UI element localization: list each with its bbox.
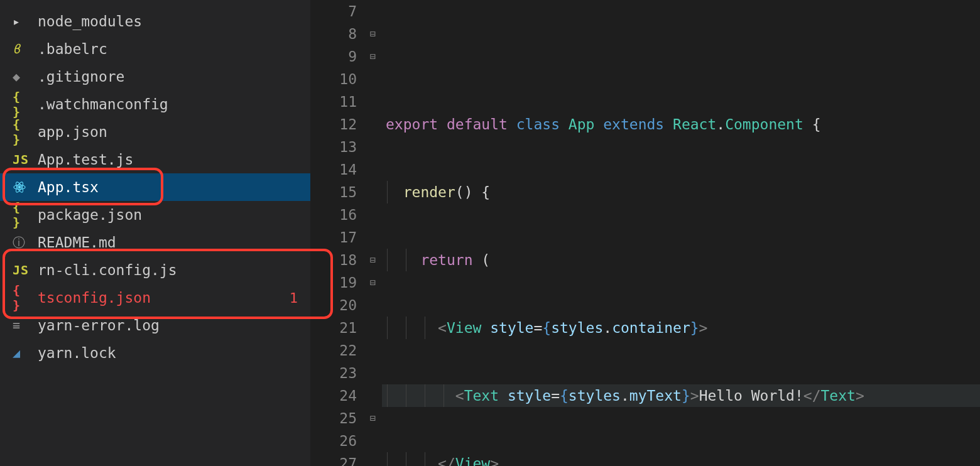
info-icon: ⓘ xyxy=(13,234,31,251)
file-label: .watchmanconfig xyxy=(38,96,310,112)
file-label: App.tsx xyxy=(38,179,310,195)
fold-toggle[interactable] xyxy=(363,317,382,339)
line-number[interactable]: 23 xyxy=(310,362,357,384)
json-icon: { } xyxy=(13,89,31,119)
code-line[interactable]: <View style={styles.container}> xyxy=(382,317,980,339)
fold-toggle[interactable] xyxy=(363,90,382,113)
fold-toggle[interactable] xyxy=(363,226,382,249)
error-badge: 1 xyxy=(290,290,298,306)
code-content[interactable]: export default class App extends React.C… xyxy=(382,0,980,466)
file-label: node_modules xyxy=(38,13,310,30)
line-number[interactable]: 13 xyxy=(310,136,357,158)
json-icon: { } xyxy=(13,200,31,230)
file-row-gitignore[interactable]: ◆ .gitignore xyxy=(0,63,310,90)
code-line[interactable]: <Text style={styles.myText}>Hello World!… xyxy=(382,384,980,407)
file-label: app.json xyxy=(38,124,310,140)
fold-toggle[interactable] xyxy=(363,0,382,23)
code-editor[interactable]: 7 8 9 10 11 12 13 14 15 16 17 18 19 20 2… xyxy=(310,0,980,466)
fold-toggle[interactable] xyxy=(363,294,382,317)
line-number[interactable]: 17 xyxy=(310,226,357,249)
line-number[interactable]: 8 xyxy=(310,23,357,45)
js-icon: JS xyxy=(13,152,31,167)
workspace: ▸ node_modules ϐ .babelrc ◆ .gitignore {… xyxy=(0,0,980,466)
svg-point-0 xyxy=(18,186,21,188)
code-line[interactable]: export default class App extends React.C… xyxy=(382,113,980,136)
chevron-right-icon: ▸ xyxy=(13,14,31,29)
file-row-package-json[interactable]: { } package.json xyxy=(0,201,310,229)
file-label: package.json xyxy=(38,207,310,223)
file-label: .babelrc xyxy=(38,41,310,57)
code-line[interactable]: </View> xyxy=(382,452,980,466)
js-icon: JS xyxy=(13,263,31,278)
file-explorer: ▸ node_modules ϐ .babelrc ◆ .gitignore {… xyxy=(0,0,310,466)
fold-gutter: ⊟ ⊟ ⊟ ⊟ ⊟ xyxy=(363,0,382,466)
fold-toggle[interactable] xyxy=(363,181,382,203)
line-number[interactable]: 12 xyxy=(310,113,357,136)
file-row-yarn-lock[interactable]: ◢ yarn.lock xyxy=(0,339,310,367)
fold-toggle[interactable] xyxy=(363,68,382,90)
file-row-watchmanconfig[interactable]: { } .watchmanconfig xyxy=(0,90,310,118)
line-number[interactable]: 15 xyxy=(310,181,357,203)
line-number[interactable]: 22 xyxy=(310,339,357,362)
fold-toggle[interactable]: ⊟ xyxy=(363,23,382,45)
file-row-app-tsx[interactable]: App.tsx xyxy=(0,173,310,201)
lock-icon: ◢ xyxy=(13,345,31,360)
line-number[interactable]: 11 xyxy=(310,90,357,113)
line-number[interactable]: 21 xyxy=(310,317,357,339)
fold-toggle[interactable] xyxy=(363,339,382,362)
line-number-gutter: 7 8 9 10 11 12 13 14 15 16 17 18 19 20 2… xyxy=(310,0,363,466)
code-line[interactable]: return ( xyxy=(382,249,980,271)
fold-toggle[interactable]: ⊟ xyxy=(363,45,382,68)
fold-toggle[interactable]: ⊟ xyxy=(363,249,382,271)
fold-toggle[interactable]: ⊟ xyxy=(363,271,382,294)
line-number[interactable]: 25 xyxy=(310,407,357,430)
line-number[interactable]: 20 xyxy=(310,294,357,317)
json-icon: { } xyxy=(13,283,31,313)
code-line[interactable]: render() { xyxy=(382,181,980,203)
code-line[interactable] xyxy=(382,45,980,68)
line-number[interactable]: 7 xyxy=(310,0,357,23)
react-icon xyxy=(13,180,31,194)
file-label: tsconfig.json xyxy=(38,290,290,306)
line-number[interactable]: 18 xyxy=(310,249,357,271)
log-icon: ≡ xyxy=(13,318,31,333)
file-label: README.md xyxy=(38,234,310,251)
file-label: yarn.lock xyxy=(38,345,310,361)
file-label: yarn-error.log xyxy=(38,317,310,333)
json-icon: { } xyxy=(13,117,31,147)
line-number[interactable]: 10 xyxy=(310,68,357,90)
file-row-rn-cli-config[interactable]: JS rn-cli.config.js xyxy=(0,256,310,284)
file-label: .gitignore xyxy=(38,68,310,85)
line-number[interactable]: 26 xyxy=(310,430,357,452)
fold-toggle[interactable]: ⊟ xyxy=(363,407,382,430)
line-number[interactable]: 19 xyxy=(310,271,357,294)
file-row-tsconfig[interactable]: { } tsconfig.json 1 xyxy=(0,284,310,312)
file-label: rn-cli.config.js xyxy=(38,262,310,278)
line-number[interactable]: 9 xyxy=(310,45,357,68)
line-number[interactable]: 16 xyxy=(310,203,357,226)
fold-toggle[interactable] xyxy=(363,362,382,384)
fold-toggle[interactable] xyxy=(363,203,382,226)
line-number[interactable]: 27 xyxy=(310,452,357,466)
git-icon: ◆ xyxy=(13,69,31,84)
fold-toggle[interactable] xyxy=(363,136,382,158)
line-number[interactable]: 24 xyxy=(310,384,357,407)
file-label: App.test.js xyxy=(38,151,310,168)
file-row-node-modules[interactable]: ▸ node_modules xyxy=(0,8,310,35)
fold-toggle[interactable] xyxy=(363,158,382,181)
fold-toggle[interactable] xyxy=(363,384,382,407)
file-row-readme[interactable]: ⓘ README.md xyxy=(0,229,310,256)
fold-toggle[interactable] xyxy=(363,452,382,466)
babel-icon: ϐ xyxy=(13,41,31,57)
file-row-app-json[interactable]: { } app.json xyxy=(0,118,310,146)
line-number[interactable]: 14 xyxy=(310,158,357,181)
file-row-app-test-js[interactable]: JS App.test.js xyxy=(0,146,310,173)
fold-toggle[interactable] xyxy=(363,113,382,136)
fold-toggle[interactable] xyxy=(363,430,382,452)
file-row-yarn-error-log[interactable]: ≡ yarn-error.log xyxy=(0,312,310,339)
file-row-babelrc[interactable]: ϐ .babelrc xyxy=(0,35,310,63)
